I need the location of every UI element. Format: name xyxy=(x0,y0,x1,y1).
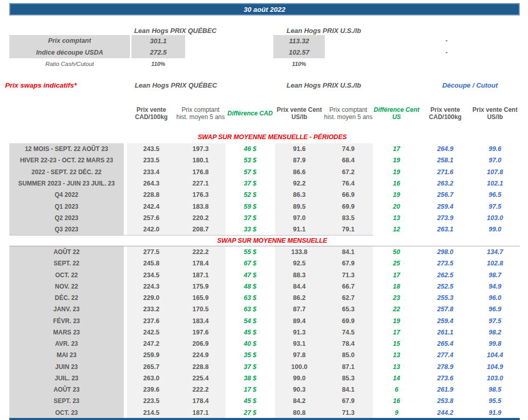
section-title-periodes: SWAP SUR MOYENNE MENSUELLE - PÉRIODES xyxy=(9,133,520,141)
cell-difference-us: 16 xyxy=(373,178,420,189)
cell-prix-vente-cad: 242.5 xyxy=(127,327,176,338)
header-difference-cad: Différence CAD xyxy=(225,98,275,130)
cell-cutout-cad: 261.1 xyxy=(420,327,470,338)
cell-hist-cad: 178.4 xyxy=(176,395,225,407)
cell-hist-us: 87.1 xyxy=(324,361,373,373)
cell-prix-vente-us: 90.3 xyxy=(275,384,324,395)
cell-hist-cad: 206.9 xyxy=(176,338,225,349)
table-row: JUIL. 23263.0225.438 $99.085.314273.6103… xyxy=(9,373,520,384)
cell-difference-cad: 45 $ xyxy=(225,327,275,338)
cell-prix-vente-us: 91.1 xyxy=(275,224,324,235)
cell-prix-vente-cad: 228.8 xyxy=(127,189,176,200)
placeholder-dash: - xyxy=(423,47,470,59)
cell-difference-cad: 55 $ xyxy=(225,246,275,258)
row-label: JUIN 23 xyxy=(9,361,124,373)
cell-cutout-cad: 262.5 xyxy=(420,270,470,281)
row-label: FÉVR. 23 xyxy=(9,315,124,327)
table-row: JUIN 23265.7228.837 $100.087.113278.9104… xyxy=(9,361,520,373)
cell-cutout-cad: 259.4 xyxy=(420,200,470,212)
cell-prix-vente-us: 92.5 xyxy=(275,258,324,269)
cell-cutout-us: 98.7 xyxy=(470,270,520,281)
cell-prix-vente-cad: 257.6 xyxy=(127,212,176,224)
cell-cutout-cad: 261.9 xyxy=(420,384,470,395)
table-row: FÉVR. 23237.6183.454 $89.469.919259.497.… xyxy=(9,315,520,327)
cell-cutout-cad: 264.9 xyxy=(420,143,470,155)
cell-hist-us: 71.3 xyxy=(324,407,373,418)
cell-difference-us: 19 xyxy=(373,166,420,178)
cell-difference-us: 19 xyxy=(373,155,420,166)
row-label: Q3 2023 xyxy=(9,224,124,235)
cell-prix-vente-cad: 234.5 xyxy=(127,270,176,281)
cell-cutout-us: 97.5 xyxy=(470,200,520,212)
cell-cutout-cad: 252.5 xyxy=(420,281,470,292)
cutout-placeholder-column: - - xyxy=(423,35,470,58)
cell-prix-vente-cad: 265.7 xyxy=(127,361,176,373)
qc-prix-comptant-value: 301.1 xyxy=(131,35,185,47)
cell-hist-us: 69.9 xyxy=(324,315,373,327)
cell-hist-us: 66.9 xyxy=(324,189,373,200)
cell-prix-vente-us: 80.8 xyxy=(275,407,324,418)
us-ratio-value: 110% xyxy=(273,59,325,69)
cell-prix-vente-us: 87.9 xyxy=(275,155,324,166)
table-row: 2022 - SEPT. 22 DÉC. 22233.4176.857 $86.… xyxy=(9,166,520,178)
table-row: NOV. 22224.3175.948 $84.466.718252.594.9 xyxy=(9,281,520,292)
row-label: AVR. 23 xyxy=(9,338,124,349)
header-prix-vente-us: Prix vente Cent US/lb xyxy=(275,98,324,130)
cell-prix-vente-us: 93.1 xyxy=(275,338,324,349)
periods-table: 12 MOIS - SEPT. 22 AOÛT 23243.5197.346 $… xyxy=(9,143,520,235)
cell-difference-us: 14 xyxy=(373,373,420,384)
cell-hist-cad: 180.1 xyxy=(176,155,225,166)
table-row: 12 MOIS - SEPT. 22 AOÛT 23243.5197.346 $… xyxy=(9,143,520,155)
cell-difference-cad: 35 $ xyxy=(225,349,275,361)
cell-hist-us: 74.5 xyxy=(324,327,373,338)
cell-difference-cad: 46 $ xyxy=(225,143,275,155)
cell-hist-us: 78.4 xyxy=(324,338,373,349)
cell-cutout-us: 95.5 xyxy=(470,395,520,407)
cell-prix-vente-cad: 237.6 xyxy=(127,315,176,327)
cell-hist-us: 84.1 xyxy=(324,384,373,395)
cell-cutout-us: 103.0 xyxy=(470,373,520,384)
cell-prix-vente-us: 86.3 xyxy=(275,189,324,200)
cell-difference-us: 20 xyxy=(373,200,420,212)
header-prix-vente-cad: Prix vente CAD/100kg xyxy=(127,98,176,130)
qc-ratio-value: 110% xyxy=(131,59,185,69)
cell-cutout-us: 104.9 xyxy=(470,361,520,373)
cell-prix-vente-cad: 259.9 xyxy=(127,349,176,361)
cell-prix-vente-us: 84.2 xyxy=(275,395,324,407)
cell-hist-cad: 222.2 xyxy=(176,246,225,258)
table-row: SEPT. 23223.5178.445 $84.267.916253.895.… xyxy=(9,395,520,407)
cell-difference-cad: 47 $ xyxy=(225,270,275,281)
cell-prix-vente-us: 86.6 xyxy=(275,166,324,178)
cell-prix-vente-us: 97.0 xyxy=(275,212,324,224)
cell-difference-us: 12 xyxy=(373,224,420,235)
cutout-header: Découpe / Cutout xyxy=(420,81,520,90)
cell-difference-us: 17 xyxy=(373,143,420,155)
cell-prix-vente-cad: 214.5 xyxy=(127,407,176,418)
cell-prix-vente-us: 133.8 xyxy=(275,246,324,258)
cell-prix-vente-us: 86.2 xyxy=(275,292,324,304)
cell-prix-vente-cad: 233.5 xyxy=(127,155,176,166)
cell-difference-us: 25 xyxy=(373,258,420,269)
cell-cutout-us: 91.9 xyxy=(470,407,520,418)
table-row: JANV. 23233.2170.563 $87.765.322257.896.… xyxy=(9,304,520,315)
cell-difference-cad: 48 $ xyxy=(225,281,275,292)
row-label: MARS 23 xyxy=(9,327,124,338)
cell-cutout-us: 97.0 xyxy=(470,155,520,166)
cell-difference-us: 19 xyxy=(373,315,420,327)
cell-prix-vente-cad: 243.5 xyxy=(127,143,176,155)
cell-hist-cad: 176.8 xyxy=(176,166,225,178)
cell-hist-cad: 225.4 xyxy=(176,373,225,384)
cell-hist-cad: 228.8 xyxy=(176,361,225,373)
us-prix-comptant-value: 113.32 xyxy=(273,35,325,47)
row-label: Q1 2023 xyxy=(9,200,124,212)
cell-cutout-us: 107.8 xyxy=(470,166,520,178)
cell-difference-us: 15 xyxy=(373,338,420,349)
cell-hist-cad: 227.1 xyxy=(176,178,225,189)
cell-hist-us: 76.4 xyxy=(324,178,373,189)
header-hist-cad: Prix comptant hist. moyen 5 ans xyxy=(176,98,225,130)
cell-cutout-us: 103.0 xyxy=(470,212,520,224)
cell-prix-vente-cad: 264.3 xyxy=(127,178,176,189)
cell-hist-us: 79.1 xyxy=(324,224,373,235)
row-label: Q2 2023 xyxy=(9,212,124,224)
row-label: DÉC. 22 xyxy=(9,292,124,304)
